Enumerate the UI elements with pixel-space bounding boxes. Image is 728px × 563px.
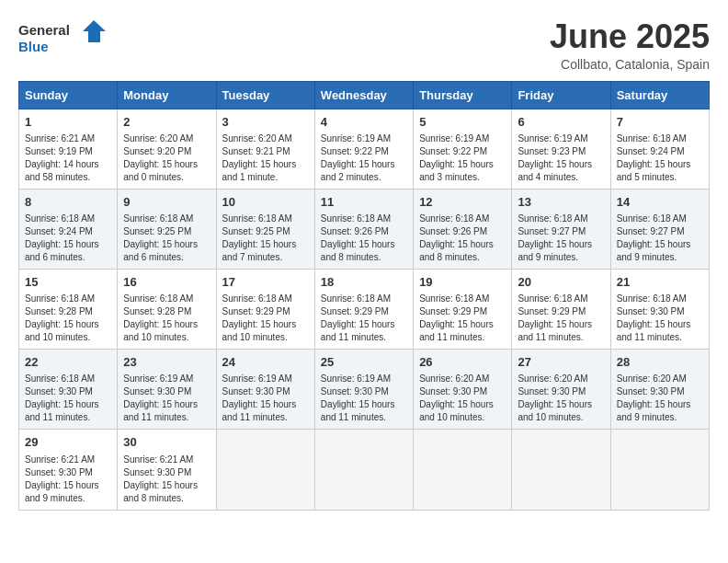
day-number: 3 [222, 114, 309, 131]
day-header-tuesday: Tuesday [216, 81, 314, 109]
day-info: Sunrise: 6:21 AMSunset: 9:30 PMDaylight:… [123, 454, 198, 503]
week-row-2: 8Sunrise: 6:18 AMSunset: 9:24 PMDaylight… [19, 189, 710, 269]
day-number: 7 [617, 114, 703, 131]
day-header-monday: Monday [118, 81, 216, 109]
calendar-cell: 18Sunrise: 6:18 AMSunset: 9:29 PMDayligh… [314, 269, 413, 349]
calendar-cell: 21Sunrise: 6:18 AMSunset: 9:30 PMDayligh… [610, 269, 709, 349]
day-number: 28 [617, 354, 703, 371]
day-number: 12 [419, 194, 506, 211]
day-number: 18 [321, 274, 407, 291]
day-number: 24 [222, 354, 309, 371]
calendar-cell: 28Sunrise: 6:20 AMSunset: 9:30 PMDayligh… [610, 350, 709, 430]
calendar-cell [216, 430, 314, 510]
day-info: Sunrise: 6:20 AMSunset: 9:21 PMDaylight:… [222, 133, 297, 182]
day-number: 23 [123, 354, 210, 371]
calendar-cell: 30Sunrise: 6:21 AMSunset: 9:30 PMDayligh… [118, 430, 216, 510]
main-title: June 2025 [550, 18, 710, 55]
day-number: 22 [25, 354, 111, 371]
calendar-cell: 11Sunrise: 6:18 AMSunset: 9:26 PMDayligh… [314, 189, 413, 269]
day-info: Sunrise: 6:21 AMSunset: 9:19 PMDaylight:… [25, 133, 99, 182]
day-number: 30 [123, 434, 210, 451]
day-info: Sunrise: 6:20 AMSunset: 9:20 PMDaylight:… [123, 133, 198, 182]
calendar-cell: 22Sunrise: 6:18 AMSunset: 9:30 PMDayligh… [19, 350, 118, 430]
logo-svg: General Blue [18, 18, 110, 60]
calendar-cell: 14Sunrise: 6:18 AMSunset: 9:27 PMDayligh… [610, 189, 709, 269]
calendar-header-row: SundayMondayTuesdayWednesdayThursdayFrid… [19, 81, 710, 109]
day-header-saturday: Saturday [610, 81, 709, 109]
day-info: Sunrise: 6:19 AMSunset: 9:30 PMDaylight:… [123, 373, 198, 422]
calendar-cell: 3Sunrise: 6:20 AMSunset: 9:21 PMDaylight… [216, 109, 314, 189]
day-info: Sunrise: 6:18 AMSunset: 9:26 PMDaylight:… [321, 213, 395, 262]
calendar-cell: 20Sunrise: 6:18 AMSunset: 9:29 PMDayligh… [512, 269, 610, 349]
day-info: Sunrise: 6:18 AMSunset: 9:30 PMDaylight:… [617, 293, 691, 342]
calendar-cell: 27Sunrise: 6:20 AMSunset: 9:30 PMDayligh… [512, 350, 610, 430]
day-info: Sunrise: 6:19 AMSunset: 9:30 PMDaylight:… [222, 373, 297, 422]
day-number: 4 [321, 114, 407, 131]
day-number: 8 [25, 194, 111, 211]
day-info: Sunrise: 6:18 AMSunset: 9:25 PMDaylight:… [123, 213, 198, 262]
day-number: 13 [518, 194, 604, 211]
calendar-cell [610, 430, 709, 510]
calendar-body: 1Sunrise: 6:21 AMSunset: 9:19 PMDaylight… [19, 109, 710, 510]
day-info: Sunrise: 6:18 AMSunset: 9:29 PMDaylight:… [518, 293, 592, 342]
day-number: 10 [222, 194, 309, 211]
week-row-4: 22Sunrise: 6:18 AMSunset: 9:30 PMDayligh… [19, 350, 710, 430]
day-info: Sunrise: 6:21 AMSunset: 9:30 PMDaylight:… [25, 454, 99, 503]
day-info: Sunrise: 6:18 AMSunset: 9:28 PMDaylight:… [25, 293, 99, 342]
day-info: Sunrise: 6:18 AMSunset: 9:29 PMDaylight:… [321, 293, 395, 342]
day-number: 26 [419, 354, 506, 371]
calendar-cell: 13Sunrise: 6:18 AMSunset: 9:27 PMDayligh… [512, 189, 610, 269]
day-info: Sunrise: 6:18 AMSunset: 9:29 PMDaylight:… [419, 293, 494, 342]
day-header-thursday: Thursday [414, 81, 512, 109]
day-info: Sunrise: 6:18 AMSunset: 9:29 PMDaylight:… [222, 293, 297, 342]
day-info: Sunrise: 6:18 AMSunset: 9:27 PMDaylight:… [617, 213, 691, 262]
day-info: Sunrise: 6:18 AMSunset: 9:25 PMDaylight:… [222, 213, 297, 262]
day-number: 27 [518, 354, 604, 371]
calendar-cell [512, 430, 610, 510]
day-info: Sunrise: 6:18 AMSunset: 9:24 PMDaylight:… [617, 133, 691, 182]
calendar-cell: 16Sunrise: 6:18 AMSunset: 9:28 PMDayligh… [118, 269, 216, 349]
calendar-cell: 19Sunrise: 6:18 AMSunset: 9:29 PMDayligh… [414, 269, 512, 349]
day-number: 1 [25, 114, 111, 131]
svg-text:Blue: Blue [18, 39, 49, 54]
day-number: 25 [321, 354, 407, 371]
day-info: Sunrise: 6:18 AMSunset: 9:26 PMDaylight:… [419, 213, 494, 262]
day-number: 16 [123, 274, 210, 291]
calendar-cell: 12Sunrise: 6:18 AMSunset: 9:26 PMDayligh… [414, 189, 512, 269]
day-number: 11 [321, 194, 407, 211]
calendar-cell [314, 430, 413, 510]
calendar-cell: 25Sunrise: 6:19 AMSunset: 9:30 PMDayligh… [314, 350, 413, 430]
week-row-5: 29Sunrise: 6:21 AMSunset: 9:30 PMDayligh… [19, 430, 710, 510]
day-header-sunday: Sunday [19, 81, 118, 109]
calendar-cell: 5Sunrise: 6:19 AMSunset: 9:22 PMDaylight… [414, 109, 512, 189]
day-info: Sunrise: 6:20 AMSunset: 9:30 PMDaylight:… [419, 373, 494, 422]
calendar-cell: 23Sunrise: 6:19 AMSunset: 9:30 PMDayligh… [118, 350, 216, 430]
calendar-cell: 15Sunrise: 6:18 AMSunset: 9:28 PMDayligh… [19, 269, 118, 349]
day-number: 5 [419, 114, 506, 131]
calendar-cell [414, 430, 512, 510]
svg-marker-2 [83, 20, 106, 42]
day-info: Sunrise: 6:20 AMSunset: 9:30 PMDaylight:… [518, 373, 592, 422]
day-header-wednesday: Wednesday [314, 81, 413, 109]
calendar-cell: 7Sunrise: 6:18 AMSunset: 9:24 PMDaylight… [610, 109, 709, 189]
calendar-cell: 17Sunrise: 6:18 AMSunset: 9:29 PMDayligh… [216, 269, 314, 349]
day-number: 20 [518, 274, 604, 291]
calendar-cell: 2Sunrise: 6:20 AMSunset: 9:20 PMDaylight… [118, 109, 216, 189]
calendar-cell: 29Sunrise: 6:21 AMSunset: 9:30 PMDayligh… [19, 430, 118, 510]
calendar-cell: 4Sunrise: 6:19 AMSunset: 9:22 PMDaylight… [314, 109, 413, 189]
calendar-cell: 8Sunrise: 6:18 AMSunset: 9:24 PMDaylight… [19, 189, 118, 269]
title-area: June 2025 Collbato, Catalonia, Spain [550, 18, 710, 72]
day-header-friday: Friday [512, 81, 610, 109]
day-number: 17 [222, 274, 309, 291]
calendar-cell: 26Sunrise: 6:20 AMSunset: 9:30 PMDayligh… [414, 350, 512, 430]
calendar-cell: 6Sunrise: 6:19 AMSunset: 9:23 PMDaylight… [512, 109, 610, 189]
day-number: 14 [617, 194, 703, 211]
day-info: Sunrise: 6:19 AMSunset: 9:22 PMDaylight:… [321, 133, 395, 182]
calendar-cell: 24Sunrise: 6:19 AMSunset: 9:30 PMDayligh… [216, 350, 314, 430]
day-info: Sunrise: 6:18 AMSunset: 9:30 PMDaylight:… [25, 373, 99, 422]
day-info: Sunrise: 6:18 AMSunset: 9:27 PMDaylight:… [518, 213, 592, 262]
day-number: 6 [518, 114, 604, 131]
calendar-cell: 1Sunrise: 6:21 AMSunset: 9:19 PMDaylight… [19, 109, 118, 189]
day-number: 15 [25, 274, 111, 291]
day-number: 2 [123, 114, 210, 131]
